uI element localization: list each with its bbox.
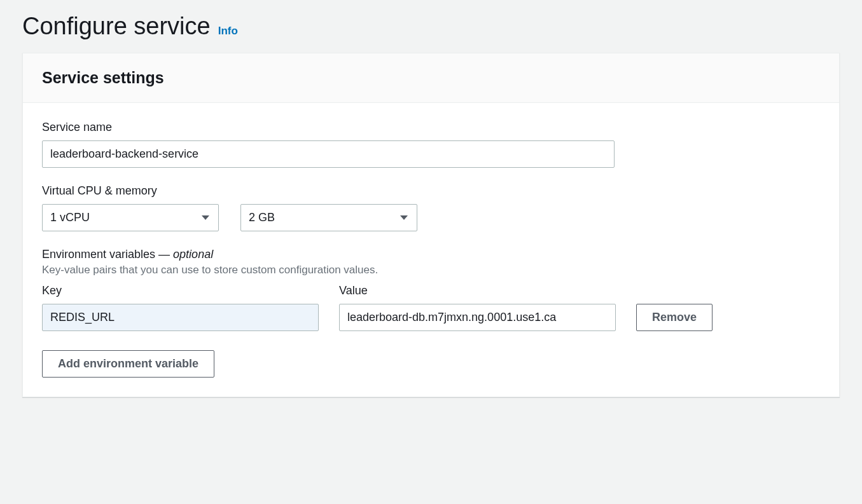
env-vars-field: Environment variables — optional Key-val… (42, 248, 820, 378)
env-key-header: Key (42, 284, 319, 297)
env-vars-optional: optional (173, 248, 213, 261)
memory-select-wrapper: 2 GB (240, 204, 417, 231)
env-key-input[interactable] (42, 304, 319, 331)
remove-button[interactable]: Remove (636, 304, 713, 331)
service-name-field: Service name (42, 121, 820, 168)
service-name-input[interactable] (42, 140, 615, 168)
env-vars-description: Key-value pairs that you can use to stor… (42, 264, 820, 276)
cpu-select-wrapper: 1 vCPU (42, 204, 219, 231)
env-vars-label: Environment variables — (42, 248, 173, 261)
panel-header: Service settings (23, 53, 839, 103)
cpu-memory-field: Virtual CPU & memory 1 vCPU 2 GB (42, 184, 820, 231)
service-settings-panel: Service settings Service name Virtual CP… (22, 53, 840, 397)
panel-title: Service settings (42, 69, 820, 87)
add-env-var-button[interactable]: Add environment variable (42, 350, 214, 378)
env-value-header: Value (339, 284, 616, 297)
page-title: Configure service (22, 13, 211, 40)
info-link[interactable]: Info (218, 25, 238, 37)
cpu-select[interactable]: 1 vCPU (42, 204, 219, 231)
service-name-label: Service name (42, 121, 820, 134)
env-value-input[interactable] (339, 304, 616, 331)
panel-body: Service name Virtual CPU & memory 1 vCPU… (23, 103, 839, 397)
memory-select[interactable]: 2 GB (240, 204, 417, 231)
env-var-row: Key Value Remove (42, 284, 820, 331)
cpu-memory-label: Virtual CPU & memory (42, 184, 820, 198)
